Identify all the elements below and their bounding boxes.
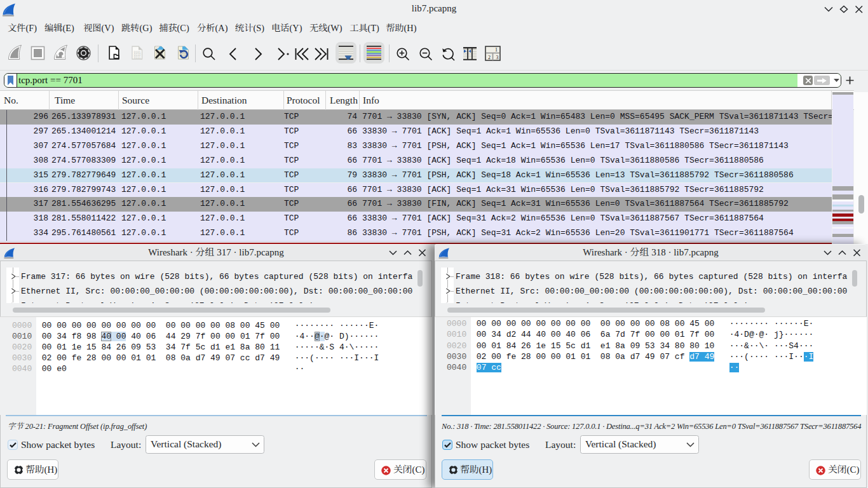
svg-text:2: 2 (488, 55, 491, 60)
svg-text:0111: 0111 (134, 56, 141, 59)
svg-text:3: 3 (496, 55, 499, 60)
svg-text:1: 1 (495, 47, 498, 53)
